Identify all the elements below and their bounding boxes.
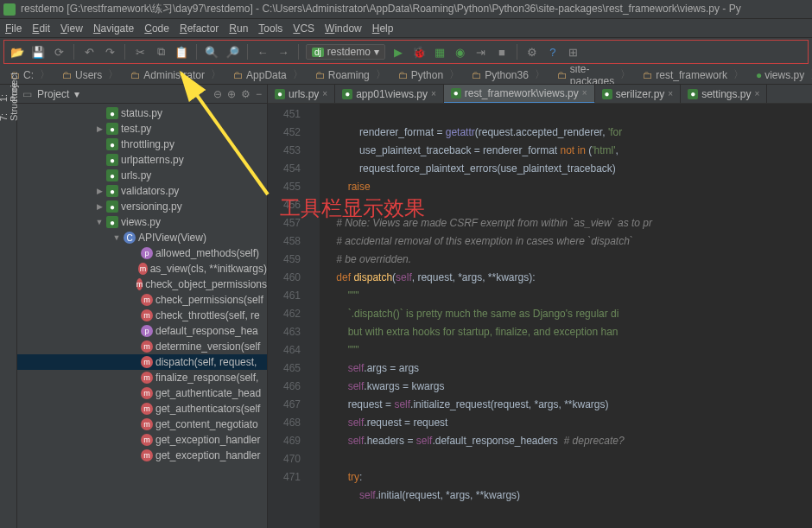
tree-item[interactable]: mas_view(cls, **initkwargs) bbox=[17, 261, 267, 277]
copy-icon[interactable]: ⧉ bbox=[153, 44, 168, 60]
tree-item[interactable]: mget_authenticate_head bbox=[17, 385, 267, 401]
tree-item[interactable]: ●status.py bbox=[17, 105, 267, 121]
line-gutter: 4514524534544554564574584594604614624634… bbox=[268, 104, 308, 528]
tree-item[interactable]: mcheck_throttles(self, re bbox=[17, 308, 267, 323]
target-icon[interactable]: ⊕ bbox=[227, 88, 236, 100]
hide-icon[interactable]: − bbox=[256, 88, 262, 100]
tree-item[interactable]: mget_exception_handler bbox=[17, 448, 267, 463]
breadcrumb-bar: 🗀 C:〉🗀 Users〉🗀 Administrator〉🗀 AppData〉🗀… bbox=[0, 66, 812, 85]
breadcrumb-item[interactable]: 🗀 AppData〉 bbox=[228, 67, 308, 82]
coverage-icon[interactable]: ▦ bbox=[432, 44, 447, 60]
tool-window-bar: 1: Project 7: Structure bbox=[0, 85, 17, 528]
chevron-down-icon[interactable]: ▾ bbox=[74, 88, 79, 100]
menu-navigate[interactable]: Navigate bbox=[93, 22, 134, 35]
save-icon[interactable]: 💾 bbox=[30, 44, 46, 60]
menu-bar: FileEditViewNavigateCodeRefactorRunTools… bbox=[0, 19, 812, 38]
breadcrumb-item[interactable]: 🗀 Python36〉 bbox=[466, 67, 550, 82]
window-title: restdemo [G:\restframework\练习\day97\rest… bbox=[21, 2, 741, 16]
run-config-label: restdemo bbox=[327, 46, 371, 58]
tree-item[interactable]: pdefault_response_hea bbox=[17, 323, 267, 339]
toolbar: 📂 💾 ⟳ ↶ ↷ ✂ ⧉ 📋 🔍 🔎 ← → dj restdemo ▾ ▶ … bbox=[3, 40, 809, 64]
code-editor[interactable]: 4514524534544554564574584594604614624634… bbox=[268, 104, 812, 528]
title-bar: restdemo [G:\restframework\练习\day97\rest… bbox=[0, 0, 812, 19]
project-label: Project bbox=[37, 88, 69, 100]
breadcrumb-item[interactable]: 🗀 rest_framework〉 bbox=[638, 67, 749, 82]
forward-icon[interactable]: → bbox=[276, 44, 291, 60]
editor-tab[interactable]: ●rest_framework\views.py× bbox=[444, 85, 595, 104]
paste-icon[interactable]: 📋 bbox=[174, 44, 189, 60]
cut-icon[interactable]: ✂ bbox=[132, 44, 148, 60]
tree-item[interactable]: ●test.py bbox=[17, 121, 267, 137]
attach-icon[interactable]: ⇥ bbox=[473, 44, 489, 60]
tree-item[interactable]: mfinalize_response(self, bbox=[17, 370, 267, 385]
open-icon[interactable]: 📂 bbox=[10, 44, 25, 60]
gutter-marks bbox=[308, 104, 320, 528]
menu-refactor[interactable]: Refactor bbox=[180, 22, 219, 35]
menu-run[interactable]: Run bbox=[229, 22, 248, 35]
structure-tool-tab[interactable]: 7: Structure bbox=[0, 107, 21, 126]
tree-item[interactable]: mcheck_permissions(self bbox=[17, 292, 267, 308]
menu-vcs[interactable]: VCS bbox=[293, 22, 314, 35]
menu-view[interactable]: View bbox=[60, 22, 83, 35]
debug-icon[interactable]: 🐞 bbox=[411, 44, 427, 60]
settings-icon[interactable]: ⚙ bbox=[524, 44, 540, 60]
breadcrumb-item[interactable]: ● views.py〉 bbox=[751, 67, 812, 82]
breadcrumb-item[interactable]: 🗀 Administrator〉 bbox=[125, 67, 226, 82]
menu-code[interactable]: Code bbox=[144, 22, 169, 35]
breadcrumb-item[interactable]: 🗀 Users〉 bbox=[57, 67, 124, 82]
app-icon bbox=[3, 3, 16, 16]
tree-item[interactable]: mcheck_object_permissions bbox=[17, 277, 267, 292]
editor-tab[interactable]: ●serilizer.py× bbox=[595, 85, 682, 104]
help-icon[interactable]: ? bbox=[545, 44, 561, 60]
tree-item[interactable]: ●throttling.py bbox=[17, 137, 267, 152]
undo-icon[interactable]: ↶ bbox=[81, 44, 97, 60]
chevron-down-icon: ▾ bbox=[374, 46, 379, 58]
collapse-icon[interactable]: ⊖ bbox=[213, 88, 222, 100]
tree-item[interactable]: mdispatch(self, request, bbox=[17, 354, 267, 370]
editor-area: ●urls.py×●app01\views.py×●rest_framework… bbox=[268, 85, 812, 528]
tree-item[interactable]: ●views.py bbox=[17, 214, 267, 230]
run-icon[interactable]: ▶ bbox=[390, 44, 406, 60]
editor-tab[interactable]: ●app01\views.py× bbox=[335, 85, 444, 104]
project-header: ▭ Project ▾ ⊖ ⊕ ⚙ − bbox=[17, 85, 267, 104]
tree-item[interactable]: pallowed_methods(self) bbox=[17, 245, 267, 261]
breadcrumb-item[interactable]: 🗀 Roaming〉 bbox=[310, 67, 391, 82]
replace-icon[interactable]: 🔎 bbox=[225, 44, 240, 60]
profile-icon[interactable]: ◉ bbox=[453, 44, 468, 60]
editor-tab[interactable]: ●urls.py× bbox=[268, 85, 335, 104]
sync-icon[interactable]: ⟳ bbox=[51, 44, 67, 60]
tree-item[interactable]: ●versioning.py bbox=[17, 199, 267, 214]
breadcrumb-item[interactable]: 🗀 site-packages〉 bbox=[552, 66, 636, 85]
gear-icon[interactable]: ⚙ bbox=[241, 88, 251, 100]
menu-tools[interactable]: Tools bbox=[258, 22, 282, 35]
menu-file[interactable]: File bbox=[5, 22, 22, 35]
menu-edit[interactable]: Edit bbox=[32, 22, 50, 35]
run-config-selector[interactable]: dj restdemo ▾ bbox=[306, 44, 385, 60]
editor-tabs: ●urls.py×●app01\views.py×●rest_framework… bbox=[268, 85, 812, 104]
tree-item[interactable]: mdetermine_version(self bbox=[17, 339, 267, 354]
tree-item[interactable]: mget_content_negotiato bbox=[17, 417, 267, 432]
search-everywhere-icon[interactable]: ⊞ bbox=[566, 44, 581, 60]
tree-item[interactable]: ●urls.py bbox=[17, 168, 267, 183]
project-tree[interactable]: ●status.py●test.py●throttling.py●urlpatt… bbox=[17, 104, 267, 528]
editor-tab[interactable]: ●settings.py× bbox=[681, 85, 767, 104]
tree-item[interactable]: CAPIView(View) bbox=[17, 230, 267, 245]
django-icon: dj bbox=[312, 48, 324, 57]
code-lines[interactable]: renderer_format = getattr(request.accept… bbox=[320, 104, 812, 528]
menu-window[interactable]: Window bbox=[325, 22, 362, 35]
stop-icon[interactable]: ■ bbox=[494, 44, 510, 60]
find-icon[interactable]: 🔍 bbox=[204, 44, 219, 60]
tree-item[interactable]: ●validators.py bbox=[17, 183, 267, 199]
tree-item[interactable]: mget_exception_handler bbox=[17, 432, 267, 448]
tree-item[interactable]: ●urlpatterns.py bbox=[17, 152, 267, 168]
menu-help[interactable]: Help bbox=[372, 22, 394, 35]
back-icon[interactable]: ← bbox=[255, 44, 270, 60]
tree-item[interactable]: mget_authenticators(self bbox=[17, 401, 267, 417]
breadcrumb-item[interactable]: 🗀 Python〉 bbox=[393, 67, 465, 82]
redo-icon[interactable]: ↷ bbox=[102, 44, 117, 60]
project-panel: ▭ Project ▾ ⊖ ⊕ ⚙ − ●status.py●test.py●t… bbox=[17, 85, 268, 528]
project-view-icon[interactable]: ▭ bbox=[22, 88, 32, 100]
